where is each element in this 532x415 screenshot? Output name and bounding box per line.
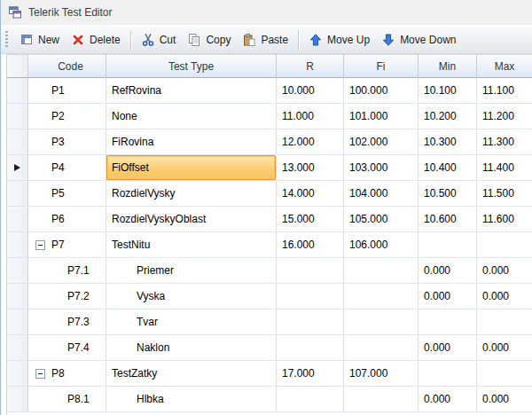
cell-fi[interactable] (344, 335, 419, 360)
table-row[interactable]: P5RozdielVysky14.000104.00010.50011.500 (7, 181, 532, 207)
cell-min[interactable]: 10.200 (419, 104, 477, 129)
cell-r[interactable]: 12.000 (277, 129, 344, 154)
cell-type[interactable]: TestNitu (106, 232, 277, 257)
cell-code[interactable]: P7.4 (28, 335, 106, 360)
cell-max[interactable] (477, 361, 532, 386)
cell-max[interactable]: 0.000 (477, 284, 532, 309)
cell-max[interactable] (477, 309, 532, 334)
table-row[interactable]: P7.1Priemer0.0000.000 (7, 258, 532, 284)
cell-type[interactable]: Tvar (106, 309, 277, 334)
cell-min[interactable] (419, 361, 477, 386)
cell-min[interactable]: 10.400 (419, 155, 477, 180)
cell-r[interactable]: 17.000 (277, 361, 344, 386)
cell-fi[interactable]: 104.000 (344, 181, 419, 206)
cell-r[interactable]: 14.000 (277, 181, 344, 206)
delete-button[interactable]: Delete (66, 29, 126, 51)
cell-fi[interactable]: 106.000 (344, 232, 419, 257)
table-row[interactable]: P2None11.000101.00010.20011.200 (7, 104, 532, 129)
cell-code[interactable]: P7.3 (28, 309, 106, 334)
move-up-button[interactable]: Move Up (303, 29, 375, 51)
table-row[interactable]: P6RozdielVyskyOblast15.000105.00010.6001… (7, 207, 532, 232)
row-indicator-cell[interactable] (7, 361, 28, 386)
cell-type[interactable]: None (106, 104, 277, 129)
cell-max[interactable]: 11.400 (477, 155, 532, 180)
cell-fi[interactable]: 101.000 (344, 104, 419, 129)
row-indicator-cell[interactable] (7, 78, 28, 103)
cell-fi[interactable]: 103.000 (344, 155, 419, 180)
row-indicator-cell[interactable] (7, 309, 28, 334)
cell-fi[interactable]: 102.000 (344, 129, 419, 154)
cell-max[interactable] (477, 232, 532, 257)
row-indicator-cell[interactable] (7, 232, 28, 257)
row-indicator-cell[interactable] (7, 387, 28, 411)
cell-code[interactable]: P7.2 (28, 284, 106, 309)
cell-fi[interactable]: 107.000 (344, 361, 419, 386)
row-indicator-cell[interactable] (7, 104, 28, 129)
collapse-icon[interactable] (35, 369, 45, 379)
cell-r[interactable] (277, 284, 344, 309)
cell-fi[interactable] (344, 387, 419, 411)
cell-max[interactable]: 0.000 (477, 387, 532, 411)
cell-max[interactable]: 0.000 (477, 335, 532, 360)
cell-type[interactable]: FiRovina (106, 129, 277, 154)
column-header-code[interactable]: Code (28, 54, 106, 78)
cell-type[interactable]: Vyska (106, 284, 277, 309)
cell-r[interactable]: 10.000 (277, 78, 344, 103)
row-indicator-cell[interactable] (7, 335, 28, 360)
cell-code[interactable]: P7 (28, 232, 106, 257)
cell-fi[interactable] (344, 284, 419, 309)
cell-code[interactable]: P7.1 (28, 258, 106, 283)
cell-type[interactable]: RefRovina (106, 78, 277, 103)
cell-type[interactable]: RozdielVysky (106, 181, 277, 206)
row-indicator-cell[interactable] (7, 155, 28, 180)
row-indicator-cell[interactable] (7, 207, 28, 231)
cell-min[interactable]: 0.000 (419, 387, 477, 411)
cell-code[interactable]: P6 (28, 207, 106, 231)
cell-min[interactable]: 0.000 (419, 284, 477, 309)
cell-r[interactable] (277, 387, 344, 411)
column-header-test-type[interactable]: Test Type (106, 54, 277, 78)
cell-r[interactable] (277, 258, 344, 283)
cell-r[interactable]: 15.000 (277, 207, 344, 231)
cell-fi[interactable]: 100.000 (344, 78, 419, 103)
table-row[interactable]: P8TestZatky17.000107.000 (7, 361, 532, 387)
cut-button[interactable]: Cut (136, 29, 182, 51)
cell-max[interactable]: 11.500 (477, 181, 532, 206)
cell-min[interactable]: 10.600 (419, 207, 477, 231)
column-header-max[interactable]: Max (477, 54, 532, 78)
table-row[interactable]: P7TestNitu16.000106.000 (7, 232, 532, 258)
cell-r[interactable]: 11.000 (277, 104, 344, 129)
row-indicator-cell[interactable] (7, 284, 28, 309)
column-header-min[interactable]: Min (419, 54, 477, 78)
cell-code[interactable]: P5 (28, 181, 106, 206)
cell-min[interactable]: 10.300 (419, 129, 477, 154)
cell-r[interactable]: 16.000 (277, 232, 344, 257)
row-indicator-cell[interactable] (7, 258, 28, 283)
cell-type[interactable]: Naklon (106, 335, 277, 360)
row-indicator-cell[interactable] (7, 181, 28, 206)
cell-code[interactable]: P1 (28, 78, 106, 103)
cell-fi[interactable] (344, 258, 419, 283)
column-header-r[interactable]: R (277, 54, 344, 78)
toolbar-grip-handle[interactable] (5, 31, 8, 49)
cell-type[interactable]: Hlbka (106, 387, 277, 411)
cell-min[interactable]: 0.000 (419, 335, 477, 360)
collapse-icon[interactable] (35, 240, 45, 250)
cell-r[interactable] (277, 335, 344, 360)
table-row[interactable]: P7.3Tvar (7, 309, 532, 335)
table-row[interactable]: P7.2Vyska0.0000.000 (7, 284, 532, 309)
row-indicator-cell[interactable] (7, 129, 28, 154)
cell-max[interactable]: 0.000 (477, 258, 532, 283)
cell-fi[interactable] (344, 309, 419, 334)
cell-r[interactable] (277, 309, 344, 334)
titlebar[interactable]: Telerik Test Editor (1, 0, 532, 25)
cell-type[interactable]: Priemer (106, 258, 277, 283)
table-row[interactable]: P4FiOffset13.000103.00010.40011.400 (7, 155, 532, 181)
cell-max[interactable]: 11.200 (477, 104, 532, 129)
cell-type[interactable]: TestZatky (106, 361, 277, 386)
cell-code[interactable]: P4 (28, 155, 106, 180)
cell-max[interactable]: 11.300 (477, 129, 532, 154)
cell-type[interactable]: RozdielVyskyOblast (106, 207, 277, 231)
cell-min[interactable]: 10.500 (419, 181, 477, 206)
cell-code[interactable]: P8.1 (28, 387, 106, 411)
